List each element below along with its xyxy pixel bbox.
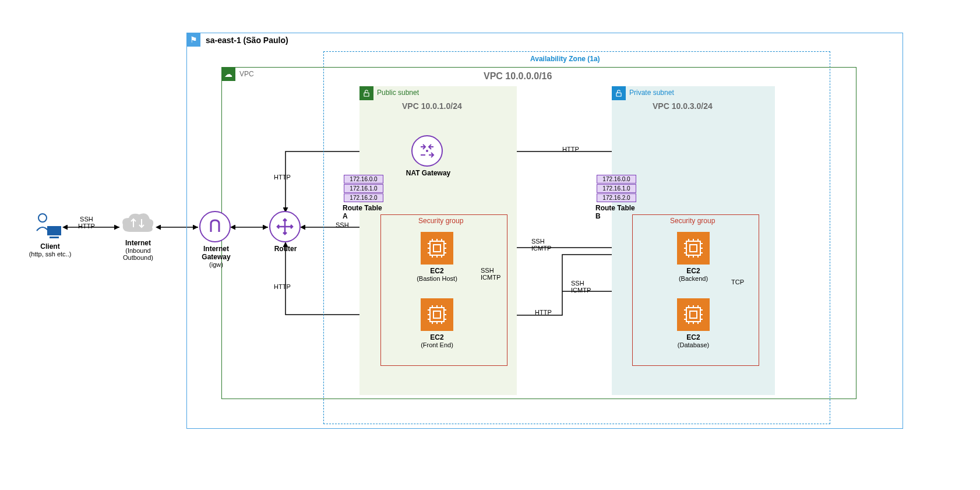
ec2-bastion-l2: (Bastion Host) [408, 275, 466, 282]
ec2-frontend-l2: (Front End) [408, 341, 466, 348]
ec2-backend-node [677, 232, 710, 265]
svg-rect-4 [364, 93, 369, 96]
ec2-icon [682, 303, 705, 326]
svg-point-9 [426, 150, 428, 152]
internet-label-1: Internet [118, 239, 158, 247]
ec2-database-l2: (Database) [664, 341, 722, 348]
svg-rect-14 [686, 241, 700, 255]
edge-nat-backend: HTTP [562, 146, 579, 153]
ec2-backend-l2: (Backend) [664, 275, 722, 282]
igw-label-3: (igw) [196, 261, 237, 268]
route-table-a: 172.16.0.0 172.16.1.0 172.16.2.0 [344, 175, 383, 203]
private-sg-label: Security group [670, 217, 715, 225]
router-icon [275, 217, 295, 237]
svg-rect-11 [433, 245, 440, 252]
svg-rect-10 [430, 241, 444, 255]
router-label: Router [268, 245, 303, 253]
svg-rect-7 [47, 226, 61, 235]
igw-label-2: Gateway [196, 253, 237, 261]
edge-http-bot: HTTP [274, 283, 291, 290]
edge-backend-db: TCP [731, 279, 744, 285]
public-subnet-lock-icon [359, 86, 373, 100]
rt-a-entry-0: 172.16.0.0 [344, 175, 383, 184]
svg-rect-12 [430, 308, 444, 322]
edge-client-internet: SSH HTTP [78, 216, 95, 230]
client-label-1: Client [27, 242, 73, 251]
rt-a-entry-1: 172.16.1.0 [344, 184, 383, 193]
private-subnet-lock-icon [612, 86, 626, 100]
svg-rect-8 [50, 237, 59, 238]
ec2-frontend-l1: EC2 [414, 333, 460, 341]
region-flag-icon [186, 33, 200, 47]
rt-a-label: Route Table A [343, 204, 386, 220]
svg-rect-17 [690, 311, 697, 318]
igw-icon [206, 218, 224, 235]
ec2-icon [682, 237, 705, 260]
client-node [32, 210, 64, 244]
ec2-bastion-l1: EC2 [414, 267, 460, 275]
edge-ssh: SSH [336, 221, 349, 228]
public-subnet-cidr: VPC 10.0.1.0/24 [402, 101, 462, 111]
az-title: Availability Zone (1a) [530, 55, 600, 63]
edge-bastion-backend: SSH ICMTP [531, 238, 551, 252]
ec2-bastion-node [421, 232, 453, 265]
public-subnet-label: Public subnet [377, 89, 419, 97]
internet-label-2: (Inbound [118, 247, 158, 254]
vpc-cloud-icon [221, 67, 235, 81]
edge-frontend-backend: HTTP [535, 309, 552, 316]
svg-rect-13 [433, 311, 440, 318]
internet-node [119, 210, 156, 240]
rt-a-entry-2: 172.16.2.0 [344, 193, 383, 202]
private-subnet-label: Private subnet [629, 89, 674, 97]
svg-rect-5 [616, 93, 621, 96]
public-sg-label: Security group [418, 217, 463, 225]
nat-label: NAT Gateway [402, 169, 454, 177]
nat-icon [417, 141, 437, 161]
client-label-2: (http, ssh etc..) [21, 251, 79, 258]
ec2-frontend-node [421, 298, 453, 331]
private-subnet-cidr: VPC 10.0.3.0/24 [653, 101, 713, 111]
ec2-icon [425, 237, 449, 260]
vpc-label: VPC [239, 70, 254, 78]
ec2-database-l1: EC2 [670, 333, 717, 341]
route-table-b: 172.16.0.0 172.16.1.0 172.16.2.0 [597, 175, 636, 203]
edge-http-top: HTTP [274, 174, 291, 181]
ec2-database-node [677, 298, 710, 331]
nat-node [411, 135, 443, 167]
svg-point-6 [38, 214, 47, 222]
internet-label-3: Outbound) [118, 254, 158, 261]
client-icon [32, 210, 64, 241]
rt-b-entry-0: 172.16.0.0 [597, 175, 636, 184]
igw-label-1: Internet [196, 245, 237, 253]
rt-b-entry-2: 172.16.2.0 [597, 193, 636, 202]
rt-b-label: Route Table B [595, 204, 639, 220]
vpc-cidr-title: VPC 10.0.0.0/16 [484, 71, 552, 82]
internet-cloud-icon [119, 210, 156, 238]
svg-rect-15 [690, 245, 697, 252]
router-node [269, 211, 301, 242]
ec2-backend-l1: EC2 [670, 267, 717, 275]
edge-frontend-backend-ssh: SSH ICMTP [571, 280, 591, 294]
edge-bastion-frontend: SSH ICMTP [481, 267, 500, 281]
rt-b-entry-1: 172.16.1.0 [597, 184, 636, 193]
region-title: sa-east-1 (São Paulo) [206, 36, 288, 45]
igw-node [199, 211, 231, 242]
svg-rect-16 [686, 308, 700, 322]
ec2-icon [425, 303, 449, 326]
